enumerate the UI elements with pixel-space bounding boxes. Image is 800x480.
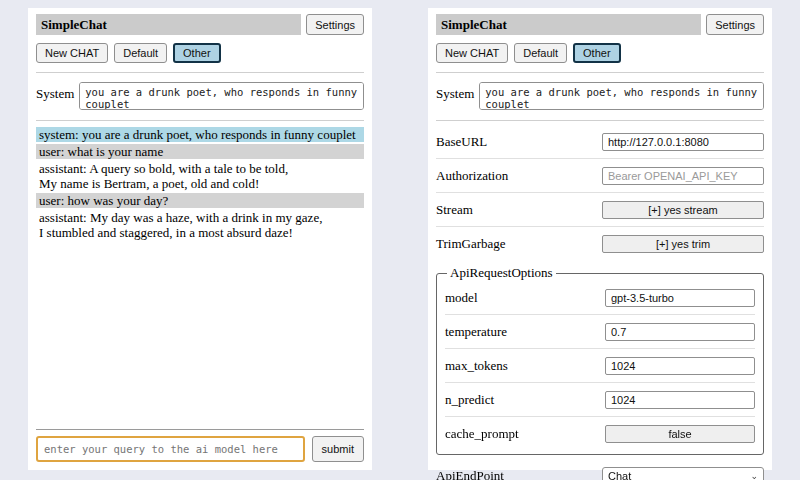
settings-button[interactable]: Settings	[706, 14, 764, 35]
model-input[interactable]	[605, 289, 755, 307]
api-endpoint-selected-value: Chat	[608, 470, 631, 480]
chat-empty-area	[36, 242, 364, 429]
trimgarbage-label: TrimGarbage	[436, 236, 602, 252]
system-prompt-row: System you are a drunk poet, who respond…	[436, 82, 764, 110]
divider	[436, 192, 764, 193]
system-prompt-label: System	[436, 82, 474, 102]
divider	[436, 226, 764, 227]
api-request-options-fieldset: ApiRequestOptions model temperature max_…	[436, 265, 764, 455]
divider	[445, 314, 755, 315]
divider	[445, 348, 755, 349]
chat-message-user: user: what is your name	[36, 144, 364, 159]
system-prompt-input[interactable]: you are a drunk poet, who responds in fu…	[79, 82, 364, 110]
system-prompt-row: System you are a drunk poet, who respond…	[36, 82, 364, 110]
divider	[436, 120, 764, 121]
session-default-button[interactable]: Default	[514, 43, 567, 63]
app-title: SimpleChat	[36, 14, 301, 35]
divider	[436, 158, 764, 159]
session-other-button[interactable]: Other	[573, 43, 621, 63]
trimgarbage-toggle-button[interactable]: [+] yes trim	[602, 235, 764, 253]
app-title-bar: SimpleChat Settings	[436, 14, 764, 35]
divider	[36, 120, 364, 121]
chat-message-assistant: assistant: A query so bold, with a tale …	[36, 161, 364, 191]
app-title-bar: SimpleChat Settings	[36, 14, 364, 35]
setting-row-max-tokens: max_tokens	[445, 356, 755, 375]
chat-message-user: user: how was your day?	[36, 193, 364, 208]
query-input[interactable]	[36, 436, 305, 462]
setting-row-stream: Stream [+] yes stream	[436, 200, 764, 219]
max-tokens-input[interactable]	[605, 357, 755, 375]
authorization-input[interactable]	[602, 167, 764, 185]
submit-button[interactable]: submit	[312, 436, 364, 462]
session-toolbar: New CHAT Default Other	[436, 43, 764, 63]
new-chat-button[interactable]: New CHAT	[436, 43, 508, 63]
model-label: model	[445, 290, 605, 306]
session-toolbar: New CHAT Default Other	[36, 43, 364, 63]
temperature-label: temperature	[445, 324, 605, 340]
divider	[436, 72, 764, 73]
system-prompt-input[interactable]: you are a drunk poet, who responds in fu…	[479, 82, 764, 110]
chat-message-assistant: assistant: My day was a haze, with a dri…	[36, 210, 364, 240]
temperature-input[interactable]	[605, 323, 755, 341]
authorization-label: Authorization	[436, 168, 602, 184]
setting-row-n-predict: n_predict	[445, 390, 755, 409]
setting-row-trimgarbage: TrimGarbage [+] yes trim	[436, 234, 764, 253]
api-request-options-legend: ApiRequestOptions	[447, 265, 556, 281]
app-title: SimpleChat	[436, 14, 701, 35]
stream-label: Stream	[436, 202, 602, 218]
settings-button[interactable]: Settings	[306, 14, 364, 35]
n-predict-label: n_predict	[445, 392, 605, 408]
divider	[36, 72, 364, 73]
n-predict-input[interactable]	[605, 391, 755, 409]
stream-toggle-button[interactable]: [+] yes stream	[602, 201, 764, 219]
cache-prompt-toggle-button[interactable]: false	[605, 425, 755, 443]
api-endpoint-label: ApiEndPoint	[436, 468, 602, 480]
divider	[445, 382, 755, 383]
chat-messages: system: you are a drunk poet, who respon…	[36, 127, 364, 242]
api-endpoint-select[interactable]: Chat ⌄	[602, 467, 764, 480]
session-other-button[interactable]: Other	[173, 43, 221, 63]
baseurl-label: BaseURL	[436, 134, 602, 150]
chat-message-system: system: you are a drunk poet, who respon…	[36, 127, 364, 142]
setting-row-temperature: temperature	[445, 322, 755, 341]
setting-row-api-endpoint: ApiEndPoint Chat ⌄	[436, 467, 764, 480]
setting-row-model: model	[445, 288, 755, 307]
divider	[445, 416, 755, 417]
page: SimpleChat Settings New CHAT Default Oth…	[0, 0, 800, 470]
setting-row-baseurl: BaseURL	[436, 132, 764, 151]
session-default-button[interactable]: Default	[114, 43, 167, 63]
settings-panel: SimpleChat Settings New CHAT Default Oth…	[428, 8, 772, 470]
cache-prompt-label: cache_prompt	[445, 426, 605, 442]
query-row: submit	[36, 436, 364, 462]
max-tokens-label: max_tokens	[445, 358, 605, 374]
setting-row-cache-prompt: cache_prompt false	[445, 424, 755, 443]
new-chat-button[interactable]: New CHAT	[36, 43, 108, 63]
chevron-down-icon: ⌄	[750, 472, 758, 480]
divider	[36, 429, 364, 430]
setting-row-authorization: Authorization	[436, 166, 764, 185]
chat-panel: SimpleChat Settings New CHAT Default Oth…	[28, 8, 372, 470]
baseurl-input[interactable]	[602, 133, 764, 151]
system-prompt-label: System	[36, 82, 74, 102]
